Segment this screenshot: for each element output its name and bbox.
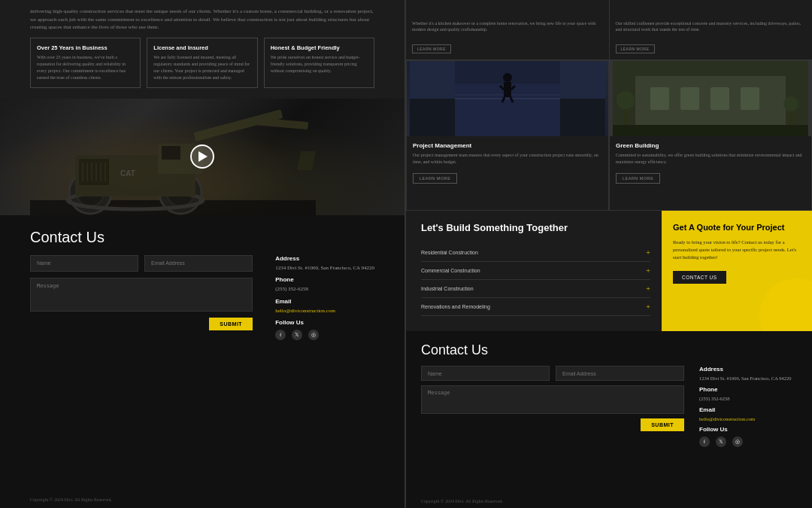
accordion-item-1[interactable]: Commercial Construction + <box>421 262 650 280</box>
svg-rect-32 <box>560 61 605 99</box>
contact-info-left: Address 1234 Divi St. #1000, San Francis… <box>275 255 374 341</box>
contact-section-right: Contact Us SUBMIT Address 1234 Divi St. … <box>406 331 812 494</box>
copyright-right: Copyright © 2024 Divi. All Rights Reserv… <box>406 494 812 508</box>
service-desc-1: Committed to sustainability, we offer gr… <box>616 152 805 166</box>
name-input-left[interactable] <box>30 255 138 272</box>
service-text-green-building: Green Building Committed to sustainabili… <box>610 136 811 190</box>
feature-card-2: Honest & Budget Friendly We pride oursel… <box>264 38 374 88</box>
submit-button-right[interactable]: SUBMIT <box>641 418 684 431</box>
cta-title: Let's Build Something Together <box>421 222 650 235</box>
right-panel: Whether it's a kitchen makeover or a com… <box>406 0 812 508</box>
service-card-green-building: Green Building Committed to sustainabili… <box>609 60 812 211</box>
service-card-project-mgmt: Project Management Our project managemen… <box>406 60 609 211</box>
address-value-right: 1234 Divi St. #1000, San Francisco, CA 9… <box>699 375 797 382</box>
svg-rect-26 <box>504 82 511 97</box>
contact-title-right: Contact Us <box>421 342 797 358</box>
project-mgmt-svg <box>407 61 608 136</box>
name-email-row-left <box>30 255 253 272</box>
service-text-project-mgmt: Project Management Our project managemen… <box>407 136 608 190</box>
video-background: CAT <box>0 99 404 215</box>
phone-label-left: Phone <box>275 276 374 283</box>
email-label-left: Email <box>275 298 374 305</box>
accordion-plus-1: + <box>646 266 650 275</box>
cta-left: Let's Build Something Together Residenti… <box>406 211 662 331</box>
name-email-row-right <box>421 366 684 381</box>
email-input-right[interactable] <box>556 366 684 381</box>
address-label-right: Address <box>699 366 797 373</box>
left-panel: delivering high-quality construction ser… <box>0 0 406 508</box>
phone-label-right: Phone <box>699 386 797 393</box>
learn-more-service-1[interactable]: LEARN MORE <box>616 173 660 184</box>
contact-section-left: Contact Us SUBMIT Address 1234 Divi St. … <box>0 215 404 492</box>
accordion-plus-2: + <box>646 284 650 293</box>
twitter-icon-right[interactable]: 𝕏 <box>716 437 726 447</box>
top-service-desc-0: Whether it's a kitchen makeover or a com… <box>412 20 603 33</box>
feature-card-1: License and Insured We are fully license… <box>147 38 257 88</box>
contact-us-button[interactable]: CONTACT US <box>673 271 726 284</box>
accordion-item-0[interactable]: Residential Construction + <box>421 244 650 262</box>
cta-section: Let's Build Something Together Residenti… <box>406 211 812 331</box>
play-button[interactable] <box>190 144 214 169</box>
accordion-plus-0: + <box>646 248 650 257</box>
svg-marker-10 <box>297 151 316 170</box>
email-link-left[interactable]: hello@diviconstruction.com <box>275 308 335 314</box>
address-value-left: 1234 Divi St. #1000, San Francisco, CA 9… <box>275 264 374 272</box>
feature-title-0: Over 25 Years in Business <box>37 44 134 51</box>
learn-more-top-0[interactable]: LEARN MORE <box>412 44 451 53</box>
svg-point-25 <box>503 73 512 82</box>
svg-point-44 <box>783 96 798 111</box>
learn-more-top-1[interactable]: LEARN MORE <box>616 44 655 53</box>
contact-bottom-row-left: SUBMIT Address 1234 Divi St. #1000, San … <box>30 255 374 341</box>
message-textarea-left[interactable] <box>30 278 253 312</box>
svg-text:CAT: CAT <box>120 169 135 178</box>
social-icons-right: f 𝕏 ◎ <box>699 437 797 447</box>
intro-text: delivering high-quality construction ser… <box>30 8 374 32</box>
service-title-0: Project Management <box>413 142 602 149</box>
feature-desc-1: We are fully licensed and insured, meeti… <box>153 54 250 81</box>
contact-title-left: Contact Us <box>30 229 374 246</box>
video-section: CAT <box>0 99 404 215</box>
top-service-item-1: Our skilled craftsmen provide exceptiona… <box>610 0 813 59</box>
twitter-icon-left[interactable]: 𝕏 <box>292 330 302 340</box>
feature-title-2: Honest & Budget Friendly <box>271 44 368 51</box>
instagram-icon-right[interactable]: ◎ <box>732 437 743 447</box>
svg-rect-43 <box>789 110 793 125</box>
top-services-row: Whether it's a kitchen makeover or a com… <box>406 0 812 60</box>
email-label-right: Email <box>699 406 797 413</box>
top-service-item-0: Whether it's a kitchen makeover or a com… <box>406 0 610 59</box>
facebook-icon-left[interactable]: f <box>275 330 286 340</box>
svg-rect-31 <box>410 61 455 99</box>
accordion-item-2[interactable]: Industrial Construction + <box>421 280 650 298</box>
accordion-label-0: Residential Construction <box>421 250 478 255</box>
service-desc-0: Our project management team ensures that… <box>413 152 602 166</box>
follow-label-left: Follow Us <box>275 319 374 326</box>
learn-more-service-0[interactable]: LEARN MORE <box>413 173 457 184</box>
accordion-plus-3: + <box>646 303 650 311</box>
form-side-left: SUBMIT <box>30 255 253 330</box>
submit-button-left[interactable]: SUBMIT <box>209 318 253 330</box>
email-link-right[interactable]: hello@diviconstruction.com <box>699 416 755 421</box>
service-title-1: Green Building <box>616 142 805 149</box>
yellow-circle-decoration <box>759 278 812 331</box>
features-row: Over 25 Years in Business With over 25 y… <box>30 38 374 88</box>
email-input-left[interactable] <box>144 255 253 272</box>
left-top-content: delivering high-quality construction ser… <box>0 0 404 99</box>
message-textarea-right[interactable] <box>421 385 684 414</box>
machinery-svg: CAT <box>30 110 316 215</box>
right-services-row: Project Management Our project managemen… <box>406 60 812 211</box>
cta-right-title: Get A Quote for Your Project <box>673 222 801 233</box>
name-input-right[interactable] <box>421 366 550 381</box>
feature-desc-2: We pride ourselves on honest service and… <box>271 54 368 75</box>
feature-card-0: Over 25 Years in Business With over 25 y… <box>30 38 141 88</box>
svg-rect-35 <box>650 87 669 110</box>
green-building-svg <box>610 61 811 136</box>
cta-right-text: Ready to bring your vision to life? Cont… <box>673 239 801 260</box>
svg-rect-37 <box>710 87 729 110</box>
instagram-icon-left[interactable]: ◎ <box>308 330 319 340</box>
cta-right: Get A Quote for Your Project Ready to br… <box>662 211 812 331</box>
phone-value-left: (255) 352-6258 <box>275 285 374 294</box>
accordion-item-3[interactable]: Renovations and Remodeling + <box>421 298 650 316</box>
top-service-desc-1: Our skilled craftsmen provide exceptiona… <box>616 20 807 33</box>
facebook-icon-right[interactable]: f <box>699 437 710 447</box>
follow-label-right: Follow Us <box>699 426 797 433</box>
